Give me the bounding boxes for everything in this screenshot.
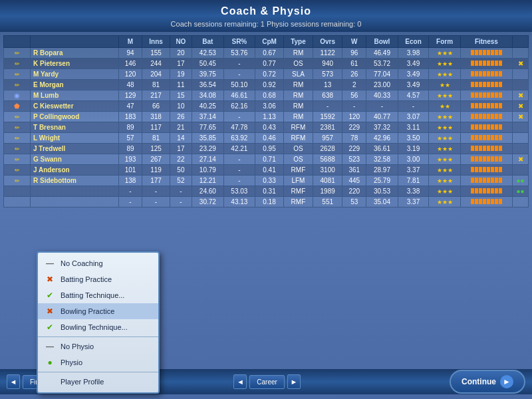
menu-item-physio[interactable]: ●Physio	[38, 354, 158, 370]
stat-econ: 3.37	[398, 165, 429, 176]
special-icon-cell: ✖	[513, 59, 529, 69]
stat-bowl: 36.61	[366, 144, 398, 154]
stat-m: 183	[118, 112, 142, 122]
table-row[interactable]: ✏R Bopara941552042.5353.760.67RM11229646…	[4, 48, 529, 59]
stat-no: 14	[170, 133, 192, 144]
table-row[interactable]: ✏J Anderson1011195010.79-0.41RMF31003612…	[4, 165, 529, 176]
form-stars: ★★★	[429, 122, 460, 133]
stat-w: 361	[342, 165, 366, 176]
table-row[interactable]: ◉M Lumb1292171534.0846.610.68RM6385640.3…	[4, 90, 529, 101]
table-row[interactable]: ✏M Yardy1202041939.75-0.72SLA5732677.043…	[4, 69, 529, 80]
special-icon-cell	[513, 80, 529, 90]
stat-w: 229	[342, 144, 366, 154]
col-type: Type	[283, 36, 313, 48]
stat-bat: 40.25	[192, 101, 223, 112]
stat-ovrs: 957	[313, 133, 342, 144]
stat-w: 78	[342, 133, 366, 144]
stat-cpm: 0.67	[255, 48, 284, 59]
menu-item-bowling-practice[interactable]: ✖Bowling Practice	[38, 303, 158, 319]
injury-icon: ✖	[518, 113, 523, 120]
stat-type: RMF	[283, 186, 313, 197]
row-icon-cell: ⬟	[4, 101, 31, 112]
row-icon-cell: ✏	[4, 154, 31, 165]
row-icon-cell	[4, 197, 31, 207]
menu-item-no-coaching[interactable]: —No Coaching	[38, 255, 158, 271]
stat-econ: 3.49	[398, 80, 429, 90]
player-name: J Anderson	[31, 165, 119, 176]
stat-m: 138	[118, 176, 142, 186]
stat-m: 193	[118, 154, 142, 165]
stat-bat: 27.14	[192, 154, 223, 165]
stat-bowl: 53.72	[366, 59, 398, 69]
stat-inns: 267	[142, 154, 170, 165]
stat-srpct: 53.03	[223, 186, 255, 197]
stat-bowl: 30.53	[366, 186, 398, 197]
first-class-prev-button[interactable]: ◄	[7, 374, 20, 389]
stat-srpct: -	[223, 154, 255, 165]
stat-srpct: 62.16	[223, 101, 255, 112]
career-nav: ◄ Career ►	[233, 374, 301, 389]
stat-no: 21	[170, 122, 192, 133]
stat-inns: 125	[142, 144, 170, 154]
menu-item-no-physio[interactable]: —No Physio	[38, 338, 158, 354]
table-row[interactable]: ✏L Wright57811435.8563.920.46RFM9577842.…	[4, 133, 529, 144]
stat-bat: 37.14	[192, 112, 223, 122]
continue-button[interactable]: Continue ►	[450, 370, 525, 394]
table-row[interactable]: ✏T Bresnan891172177.6547.780.43RFM238122…	[4, 122, 529, 133]
stat-inns: 81	[142, 80, 170, 90]
stat-srpct: 46.61	[223, 90, 255, 101]
stat-m: 57	[118, 133, 142, 144]
career-next-button[interactable]: ►	[287, 374, 301, 389]
stat-no: 11	[170, 80, 192, 90]
stat-type: OS	[283, 144, 313, 154]
col-cpm: CpM	[255, 36, 284, 48]
stat-bowl: 32.58	[366, 154, 398, 165]
table-row[interactable]: ✏G Swann1932672227.14-0.71OS568852332.58…	[4, 154, 529, 165]
menu-item-icon: ✖	[45, 306, 55, 317]
stat-type: SLA	[283, 69, 313, 80]
fitness-bar	[460, 122, 512, 133]
menu-item-player-profile[interactable]: Player Profile	[38, 374, 158, 390]
career-button[interactable]: Career	[249, 375, 285, 389]
stat-bowl: 23.00	[366, 80, 398, 90]
continue-label: Continue	[462, 377, 496, 386]
row-icon-cell: ✏	[4, 176, 31, 186]
stat-srpct: -	[223, 69, 255, 80]
stat-cpm: 0.31	[255, 186, 284, 197]
fitness-bar	[460, 154, 512, 165]
table-row[interactable]: ---30.7243.130.18RMF5515335.043.37★★★	[4, 197, 529, 207]
row-icon-cell	[4, 186, 31, 197]
stat-bat: 42.53	[192, 48, 223, 59]
stat-no: -	[170, 197, 192, 207]
menu-item-bowling-technique---[interactable]: ✔Bowling Technique...	[38, 319, 158, 335]
col-form: Form	[429, 36, 460, 48]
stat-inns: 117	[142, 122, 170, 133]
stat-econ: 4.57	[398, 90, 429, 101]
table-row[interactable]: ✏P Collingwood1833182637.14-1.13RM159212…	[4, 112, 529, 122]
stat-ovrs: 1989	[313, 186, 342, 197]
table-row[interactable]: ✏E Morgan48811136.5450.100.92RM13223.003…	[4, 80, 529, 90]
table-row[interactable]: ✏K Pietersen1462441750.45-0.77OS9406153.…	[4, 59, 529, 69]
stat-bowl: 40.77	[366, 112, 398, 122]
form-stars: ★★★	[429, 176, 460, 186]
col-fitness: Fitness	[460, 36, 512, 48]
table-row[interactable]: ⬟C Kieswetter47661040.2562.163.06RM----★…	[4, 101, 529, 112]
stat-ovrs: 13	[313, 80, 342, 90]
stat-ovrs: 940	[313, 59, 342, 69]
stat-inns: 81	[142, 133, 170, 144]
table-row[interactable]: ---24.6053.030.31RMF198922030.533.38★★★●…	[4, 186, 529, 197]
stat-cpm: 0.95	[255, 144, 284, 154]
form-stars: ★★	[429, 101, 460, 112]
menu-item-icon	[45, 376, 55, 387]
injury-icon: ✖	[518, 102, 523, 110]
stat-w: 96	[342, 48, 366, 59]
stats-table: M Inns NO Bat SR% CpM Type Ovrs W Bowl E…	[3, 35, 529, 207]
table-row[interactable]: ✏R Sidebottom1381775212.21-0.33LFM408144…	[4, 176, 529, 186]
row-icon-cell: ✏	[4, 122, 31, 133]
career-prev-button[interactable]: ◄	[233, 374, 247, 389]
menu-item-batting-technique---[interactable]: ✔Batting Technique...	[38, 287, 158, 303]
table-row[interactable]: ✏J Tredwell891251723.2942.210.95OS262822…	[4, 144, 529, 154]
stat-no: 50	[170, 165, 192, 176]
menu-item-batting-practice[interactable]: ✖Batting Practice	[38, 271, 158, 287]
stat-inns: 119	[142, 165, 170, 176]
